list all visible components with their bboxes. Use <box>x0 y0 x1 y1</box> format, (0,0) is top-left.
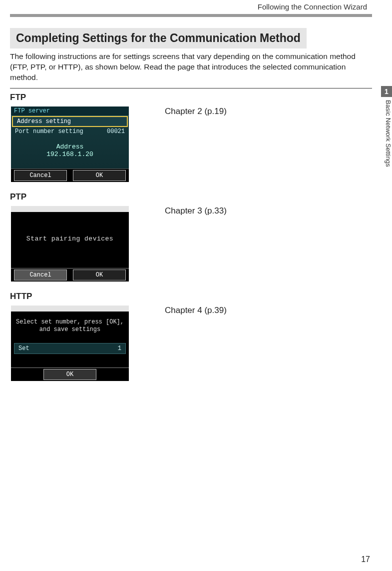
section-title: Completing Settings for the Communicatio… <box>10 28 307 48</box>
header-rule <box>10 14 372 17</box>
ftp-address-setting-label: Address setting <box>17 118 71 125</box>
ftp-address-value: 192.168.1.20 <box>11 150 129 158</box>
intro-paragraph: The following instructions are for setti… <box>10 52 372 83</box>
ptp-message: Start pairing devices <box>11 235 129 242</box>
http-ok-button: OK <box>43 369 96 380</box>
ptp-ok-button: OK <box>73 270 126 280</box>
side-tab-number: 1 <box>381 86 392 97</box>
ftp-address-display: Address 192.168.1.20 <box>11 143 129 158</box>
ftp-screen-title: FTP server <box>11 106 129 116</box>
ftp-screenshot: FTP server Address setting Port number s… <box>10 106 130 183</box>
ftp-section: FTP FTP server Address setting Port numb… <box>10 92 372 183</box>
http-heading: HTTP <box>10 292 372 302</box>
http-section: HTTP Select set number, press [OK], and … <box>10 292 372 382</box>
ptp-button-bar: Cancel OK <box>11 268 129 282</box>
ftp-cancel-button: Cancel <box>14 170 67 181</box>
page-number: 17 <box>361 555 370 564</box>
http-screenshot: Select set number, press [OK], and save … <box>10 304 130 382</box>
ftp-address-label: Address <box>11 143 129 150</box>
section-rule <box>10 88 372 88</box>
ftp-chapter-ref: Chapter 2 (p.19) <box>165 106 227 116</box>
ptp-top-bar <box>11 206 129 212</box>
ftp-port-label: Port number setting <box>15 128 83 135</box>
http-button-bar: OK <box>11 368 129 381</box>
ptp-cancel-button: Cancel <box>14 270 67 280</box>
ftp-button-bar: Cancel OK <box>11 168 129 182</box>
http-message-line1: Select set number, press [OK], <box>11 318 129 326</box>
http-set-row: Set 1 <box>14 343 126 354</box>
ftp-port-value: 00021 <box>107 128 125 135</box>
http-top-bar <box>11 306 129 312</box>
ptp-screenshot: Start pairing devices Cancel OK <box>10 205 130 282</box>
http-message: Select set number, press [OK], and save … <box>11 318 129 334</box>
ftp-address-setting-row: Address setting <box>12 116 128 127</box>
http-set-label: Set <box>18 345 29 352</box>
ftp-ok-button: OK <box>73 170 126 181</box>
http-message-line2: and save settings <box>11 326 129 334</box>
running-header: Following the Connection Wizard <box>10 2 372 11</box>
side-tab-label: Basic Network Settings <box>381 98 392 188</box>
ftp-port-row: Port number setting 00021 <box>11 127 129 136</box>
http-set-value: 1 <box>118 345 121 352</box>
ptp-chapter-ref: Chapter 3 (p.33) <box>165 205 227 216</box>
ptp-heading: PTP <box>10 192 372 202</box>
ptp-section: PTP Start pairing devices Cancel OK Chap… <box>10 192 372 282</box>
ftp-heading: FTP <box>10 92 372 102</box>
http-chapter-ref: Chapter 4 (p.39) <box>165 304 227 316</box>
